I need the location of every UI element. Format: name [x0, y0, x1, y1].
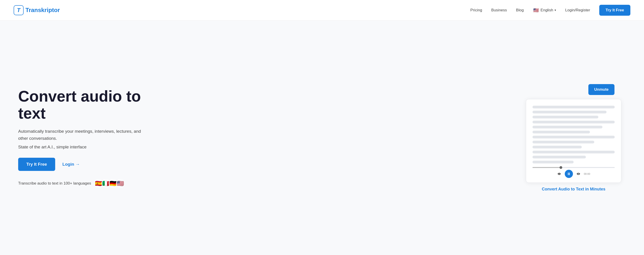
arrow-icon: →: [76, 162, 80, 167]
flag-english: 🇺🇸: [116, 179, 125, 188]
hero-right: Unmute: [526, 84, 621, 192]
hero-languages: Transcribe audio to text in 100+ languag…: [18, 179, 150, 188]
text-line: [532, 126, 602, 128]
hero-login-link[interactable]: Login →: [62, 162, 80, 167]
logo[interactable]: T Transkriptor: [14, 5, 60, 15]
text-lines: [532, 106, 615, 163]
text-line: [532, 146, 582, 148]
chevron-down-icon: ▾: [554, 9, 556, 12]
lang-flags: 🇪🇸 🇮🇹 🇩🇪 🇺🇸: [94, 179, 125, 188]
player-controls: 00:00: [557, 170, 590, 178]
text-line: [532, 111, 606, 113]
navbar: T Transkriptor Pricing Business Blog 🇺🇸 …: [0, 0, 644, 21]
svg-rect-0: [568, 172, 568, 175]
unmute-button[interactable]: Unmute: [588, 84, 614, 95]
pause-icon: [567, 172, 571, 176]
hero-lang-text: Transcribe audio to text in 100+ languag…: [18, 181, 91, 186]
rewind-button[interactable]: [557, 172, 562, 176]
text-line: [532, 141, 594, 143]
demo-card: 00:00: [526, 99, 621, 183]
progress-fill: [532, 167, 561, 168]
forward-button[interactable]: [576, 172, 581, 176]
rewind-icon: [557, 172, 562, 176]
text-line: [532, 136, 615, 138]
nav-try-free-button[interactable]: Try It Free: [599, 5, 630, 16]
demo-caption: Convert Audio to Text in Minutes: [542, 187, 606, 192]
us-flag-icon: 🇺🇸: [533, 7, 539, 14]
hero-section: Convert audio to text Automatically tran…: [0, 21, 644, 255]
text-line: [532, 151, 615, 153]
logo-text: Transkriptor: [26, 7, 60, 14]
text-line: [532, 161, 574, 163]
audio-player: 00:00: [532, 167, 615, 178]
logo-icon: T: [14, 5, 24, 15]
nav-blog[interactable]: Blog: [516, 8, 524, 13]
hero-try-free-button[interactable]: Try It Free: [18, 158, 55, 171]
time-label: 00:00: [584, 172, 590, 175]
hero-tagline: State of the art A.I., simple interface: [18, 145, 150, 150]
hero-left: Convert audio to text Automatically tran…: [18, 88, 150, 188]
hero-title: Convert audio to text: [18, 88, 150, 122]
hero-actions: Try It Free Login →: [18, 158, 150, 171]
svg-rect-1: [569, 172, 570, 175]
progress-dot: [560, 166, 562, 169]
nav-language[interactable]: 🇺🇸 English ▾: [533, 7, 556, 14]
nav-pricing[interactable]: Pricing: [470, 8, 482, 13]
text-line: [532, 106, 615, 108]
text-line: [532, 131, 590, 133]
nav-login-register[interactable]: Login/Register: [565, 8, 590, 13]
text-line: [532, 116, 598, 118]
hero-subtitle: Automatically transcribe your meetings, …: [18, 128, 150, 142]
progress-bar[interactable]: [532, 167, 615, 168]
nav-business[interactable]: Business: [491, 8, 507, 13]
forward-icon: [576, 172, 581, 176]
nav-links: Pricing Business Blog 🇺🇸 English ▾ Login…: [470, 5, 630, 16]
text-line: [532, 121, 615, 123]
text-line: [532, 156, 586, 158]
play-pause-button[interactable]: [565, 170, 573, 178]
